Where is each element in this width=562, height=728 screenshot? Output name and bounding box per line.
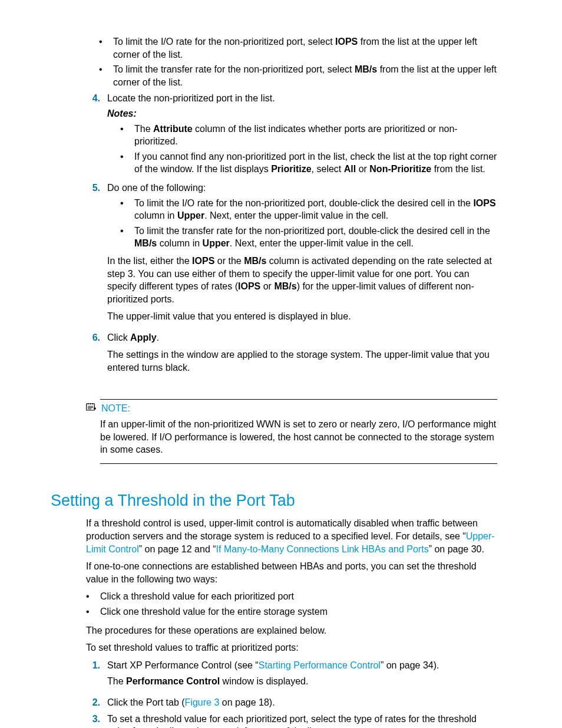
text: ” on page 12 and “ bbox=[139, 544, 216, 554]
list-item-text: If you cannot find any non-prioritized p… bbox=[134, 150, 497, 176]
step-text: Do one of the following: bbox=[107, 183, 206, 193]
text: To limit the I/O rate for the non-priori… bbox=[134, 198, 473, 208]
text-bold: All bbox=[344, 164, 356, 174]
bullet-icon bbox=[99, 35, 113, 61]
text-bold: IOPS bbox=[238, 281, 260, 291]
text: Click the Port tab ( bbox=[107, 697, 185, 707]
list-item: To limit the I/O rate for the non-priori… bbox=[86, 35, 497, 61]
list-item-text: Click one threshold value for the entire… bbox=[100, 605, 497, 618]
paragraph: The procedures for these operations are … bbox=[86, 624, 497, 637]
paragraph: The Performance Control window is displa… bbox=[107, 675, 497, 688]
text: on page 18). bbox=[219, 697, 275, 707]
text-bold: Performance Control bbox=[126, 676, 220, 686]
list-item: Click one threshold value for the entire… bbox=[86, 605, 497, 618]
step-number: 4. bbox=[86, 92, 107, 178]
text: or bbox=[260, 281, 274, 291]
text: . bbox=[157, 332, 159, 342]
section-body: If a threshold control is used, upper-li… bbox=[86, 517, 497, 728]
list-item-text: The Attribute column of the list indicat… bbox=[134, 123, 497, 148]
step-3: 3. To set a threshold value for each pri… bbox=[86, 713, 497, 728]
text: from the list. bbox=[431, 164, 485, 174]
text-bold: IOPS bbox=[192, 256, 214, 266]
step-5: 5. Do one of the following: To limit the… bbox=[86, 182, 497, 328]
paragraph: The settings in the window are applied t… bbox=[107, 348, 497, 374]
list-item-text: To limit the transfer rate for the non-p… bbox=[113, 63, 497, 88]
step-text: Click Apply. bbox=[107, 332, 159, 342]
paragraph: In the list, either the IOPS or the MB/s… bbox=[107, 255, 497, 305]
text: , select bbox=[312, 164, 344, 174]
text: or the bbox=[214, 256, 244, 266]
text: window is displayed. bbox=[220, 676, 308, 686]
step-text: Locate the non-prioritized port in the l… bbox=[107, 93, 275, 103]
paragraph: If a threshold control is used, upper-li… bbox=[86, 517, 497, 555]
step-6: 6. Click Apply. The settings in the wind… bbox=[86, 331, 497, 379]
link-many-to-many[interactable]: If Many-to-Many Connections Link HBAs an… bbox=[216, 544, 429, 554]
step-text: To set a threshold value for each priori… bbox=[107, 714, 477, 728]
list-item: To limit the transfer rate for the non-p… bbox=[86, 63, 497, 88]
text-bold: IOPS bbox=[335, 37, 358, 47]
step-text: Start XP Performance Control (see “Start… bbox=[107, 660, 439, 670]
text: To limit the transfer rate for the non-p… bbox=[134, 226, 490, 236]
step-body: Locate the non-prioritized port in the l… bbox=[107, 92, 497, 178]
text-bold: Non-Prioritize bbox=[369, 164, 431, 174]
paragraph: The upper-limit value that you entered i… bbox=[107, 310, 497, 323]
bullet-icon bbox=[86, 605, 100, 618]
list-item-text: To limit the transfer rate for the non-p… bbox=[134, 225, 497, 250]
text: In the list, either the bbox=[107, 256, 192, 266]
text-bold: Upper bbox=[177, 210, 204, 220]
text: To limit the transfer rate for the non-p… bbox=[113, 64, 355, 74]
step-body: Do one of the following: To limit the I/… bbox=[107, 182, 497, 328]
bullet-icon bbox=[86, 590, 100, 603]
step-1: 1. Start XP Performance Control (see “St… bbox=[86, 659, 497, 693]
list-item: To limit the I/O rate for the non-priori… bbox=[107, 197, 497, 222]
text: or bbox=[356, 164, 369, 174]
text: column in bbox=[157, 238, 202, 248]
step-number: 1. bbox=[86, 659, 107, 693]
section-heading: Setting a Threshold in the Port Tab bbox=[51, 490, 497, 511]
paragraph: If one-to-one connections are establishe… bbox=[86, 560, 497, 585]
list-item: Click a threshold value for each priorit… bbox=[86, 590, 497, 603]
note-icon bbox=[86, 402, 100, 415]
bullet-icon bbox=[99, 63, 113, 88]
note-body: If an upper-limit of the non-prioritized… bbox=[100, 418, 497, 456]
text-bold: Apply bbox=[130, 332, 156, 342]
link-figure-3[interactable]: Figure 3 bbox=[185, 697, 220, 707]
link-starting-performance-control[interactable]: Starting Performance Control bbox=[259, 660, 381, 670]
text: column in bbox=[134, 210, 177, 220]
rule-icon bbox=[100, 463, 497, 464]
text: ” on page 30. bbox=[429, 544, 484, 554]
list-item-text: To limit the I/O rate for the non-priori… bbox=[134, 197, 497, 222]
bullet-icon bbox=[120, 123, 134, 148]
text: . Next, enter the upper-limit value in t… bbox=[230, 238, 414, 248]
list-item-text: Click a threshold value for each priorit… bbox=[100, 590, 497, 603]
step-4: 4. Locate the non-prioritized port in th… bbox=[86, 92, 497, 178]
list-item: If you cannot find any non-prioritized p… bbox=[107, 150, 497, 176]
step-body: To set a threshold value for each priori… bbox=[107, 713, 497, 728]
bullet-icon bbox=[120, 150, 134, 176]
text-bold: MB/s bbox=[274, 281, 296, 291]
text-bold: MB/s bbox=[244, 256, 266, 266]
step-body: Click Apply. The settings in the window … bbox=[107, 331, 497, 379]
paragraph: To set threshold values to traffic at pr… bbox=[86, 641, 497, 654]
step-3-continuation: To limit the I/O rate for the non-priori… bbox=[86, 35, 497, 88]
step-body: Start XP Performance Control (see “Start… bbox=[107, 659, 497, 693]
text-bold: Attribute bbox=[153, 124, 193, 134]
note-heading: NOTE: bbox=[101, 402, 497, 415]
step-number: 2. bbox=[86, 696, 107, 709]
list-item-text: To limit the I/O rate for the non-priori… bbox=[113, 35, 497, 61]
rule-icon bbox=[100, 399, 497, 400]
bullet-icon bbox=[120, 225, 134, 250]
text: The bbox=[107, 676, 126, 686]
notes-label: Notes: bbox=[107, 107, 497, 120]
bullet-icon bbox=[120, 197, 134, 222]
text: To limit the I/O rate for the non-priori… bbox=[113, 37, 335, 47]
text: Start XP Performance Control (see “ bbox=[107, 660, 259, 670]
step-2: 2. Click the Port tab (Figure 3 on page … bbox=[86, 696, 497, 709]
text: Click bbox=[107, 332, 130, 342]
text: ” on page 34). bbox=[381, 660, 439, 670]
list-item: The Attribute column of the list indicat… bbox=[107, 123, 497, 148]
document-page: To limit the I/O rate for the non-priori… bbox=[0, 0, 562, 728]
text: . Next, enter the upper-limit value in t… bbox=[204, 210, 388, 220]
text: If a threshold control is used, upper-li… bbox=[86, 518, 478, 541]
list-item: To limit the transfer rate for the non-p… bbox=[107, 225, 497, 250]
